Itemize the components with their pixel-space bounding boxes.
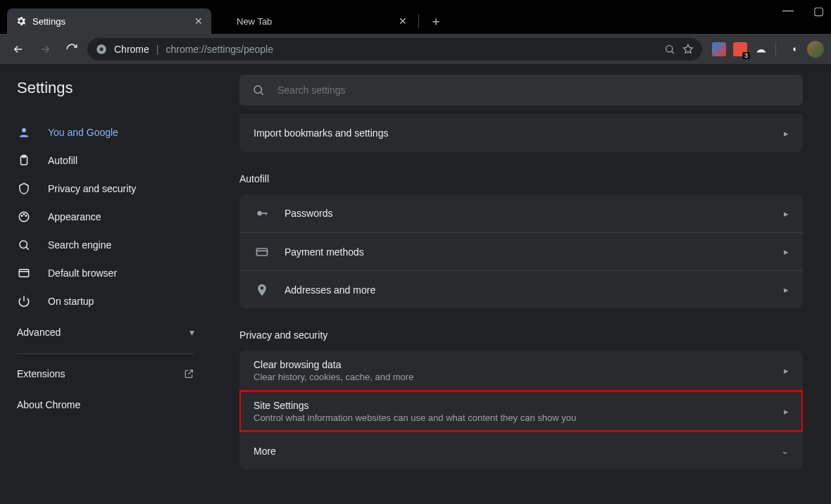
new-tab-button[interactable]: ＋: [426, 11, 446, 31]
external-link-icon: [183, 368, 194, 379]
row-label: Site Settings: [254, 400, 784, 411]
sidebar-item-label: Default browser: [48, 267, 117, 279]
chevron-right-icon: ▸: [784, 246, 789, 257]
svg-rect-16: [257, 248, 268, 256]
svg-point-13: [257, 211, 262, 216]
extension-icon[interactable]: [712, 42, 726, 56]
sidebar-advanced-label: Advanced: [17, 327, 61, 338]
sidebar-item-on-startup[interactable]: On startup: [0, 287, 211, 315]
back-button[interactable]: [7, 38, 30, 61]
maximize-button[interactable]: ▢: [813, 4, 824, 18]
tab-settings[interactable]: Settings ✕: [7, 8, 211, 34]
pin-icon: [254, 283, 270, 297]
close-icon[interactable]: ✕: [399, 15, 407, 27]
row-more[interactable]: More ⌄: [239, 431, 803, 470]
row-label: Clear browsing data: [254, 359, 784, 370]
svg-point-9: [25, 215, 27, 217]
sidebar-item-label: Privacy and security: [48, 183, 136, 194]
sidebar-item-label: You and Google: [48, 127, 118, 138]
row-passwords[interactable]: Passwords ▸: [239, 194, 803, 232]
person-icon: [17, 125, 31, 139]
search-icon[interactable]: [664, 44, 675, 55]
omnibox-separator: |: [156, 44, 159, 55]
svg-point-3: [22, 128, 26, 132]
row-clear-browsing-data[interactable]: Clear browsing data Clear history, cooki…: [239, 351, 803, 391]
extension-badge: 3: [742, 52, 750, 59]
section-title-privacy: Privacy and security: [239, 329, 803, 341]
sidebar-item-search-engine[interactable]: Search engine: [0, 231, 211, 259]
sidebar-item-privacy[interactable]: Privacy and security: [0, 175, 211, 203]
sidebar-item-label: On startup: [48, 296, 94, 307]
tab-label: Settings: [32, 16, 65, 27]
chevron-down-icon: ⌄: [781, 446, 789, 456]
page-title: Settings: [0, 65, 211, 114]
card-privacy: Clear browsing data Clear history, cooki…: [239, 351, 803, 470]
omnibox-url: chrome://settings/people: [165, 44, 273, 55]
window-controls: — ▢: [782, 0, 831, 34]
palette-icon: [17, 210, 31, 224]
svg-point-7: [21, 215, 23, 217]
profile-avatar[interactable]: [807, 41, 824, 58]
search-settings[interactable]: [239, 75, 803, 106]
row-label: Addresses and more: [285, 284, 784, 296]
sidebar-item-you-and-google[interactable]: You and Google: [0, 118, 211, 146]
settings-app: Settings You and Google Autofill Privacy…: [0, 65, 831, 504]
tab-separator: [418, 14, 419, 28]
sidebar-divider: [17, 353, 194, 354]
row-import-bookmarks[interactable]: Import bookmarks and settings ▸: [239, 114, 803, 152]
sidebar-extensions-label: Extensions: [17, 368, 65, 379]
sidebar-item-label: Search engine: [48, 239, 111, 251]
sidebar-about-label: About Chrome: [17, 399, 80, 410]
omnibox-scheme: Chrome: [114, 44, 149, 55]
svg-rect-15: [265, 213, 267, 215]
media-icon[interactable]: [783, 42, 797, 56]
search-input[interactable]: [277, 84, 790, 96]
chevron-right-icon: ▸: [784, 365, 789, 376]
tab-label: New Tab: [237, 16, 272, 27]
extension-icons: 3: [706, 41, 824, 58]
close-icon[interactable]: ✕: [194, 15, 203, 27]
section-title-autofill: Autofill: [239, 173, 803, 184]
sidebar-item-default-browser[interactable]: Default browser: [0, 259, 211, 287]
sidebar-about[interactable]: About Chrome: [0, 389, 211, 420]
chevron-right-icon: ▸: [784, 128, 789, 139]
chevron-right-icon: ▸: [784, 406, 789, 417]
extension-icon[interactable]: 3: [733, 42, 747, 56]
browser-icon: [17, 266, 31, 280]
svg-point-8: [23, 214, 25, 215]
row-site-settings[interactable]: Site Settings Control what information w…: [239, 391, 803, 431]
sidebar-item-label: Autofill: [48, 155, 77, 166]
search-icon: [252, 84, 265, 96]
svg-point-12: [254, 86, 262, 94]
chevron-down-icon: ▾: [189, 327, 194, 338]
minimize-button[interactable]: —: [782, 4, 794, 17]
svg-point-2: [666, 45, 673, 51]
card-autofill: Passwords ▸ Payment methods ▸ Addresses …: [239, 194, 803, 308]
extension-icon[interactable]: [754, 42, 768, 56]
toolbar-separator: [775, 42, 776, 56]
row-addresses[interactable]: Addresses and more ▸: [239, 270, 803, 308]
svg-rect-11: [19, 270, 29, 277]
row-label: Payment methods: [285, 246, 784, 258]
search-icon: [17, 238, 31, 252]
sidebar-extensions[interactable]: Extensions: [0, 358, 211, 389]
gear-icon: [15, 15, 27, 27]
card-icon: [254, 245, 270, 259]
chrome-icon: [96, 44, 107, 55]
address-bar[interactable]: Chrome | chrome://settings/people: [87, 38, 702, 61]
row-payment-methods[interactable]: Payment methods ▸: [239, 232, 803, 270]
sidebar-advanced[interactable]: Advanced ▾: [0, 315, 211, 349]
forward-button[interactable]: [34, 38, 56, 61]
row-label: Import bookmarks and settings: [254, 127, 784, 139]
sidebar-item-appearance[interactable]: Appearance: [0, 203, 211, 231]
row-label: More: [254, 446, 781, 457]
chevron-right-icon: ▸: [784, 284, 789, 295]
card-import: Import bookmarks and settings ▸: [239, 114, 803, 152]
tab-newtab[interactable]: New Tab ✕: [211, 8, 416, 34]
sidebar-item-autofill[interactable]: Autofill: [0, 146, 211, 175]
key-icon: [254, 206, 270, 220]
row-sublabel: Clear history, cookies, cache, and more: [254, 372, 784, 382]
star-icon[interactable]: [682, 44, 694, 55]
svg-point-1: [99, 47, 103, 51]
reload-button[interactable]: [61, 38, 83, 61]
